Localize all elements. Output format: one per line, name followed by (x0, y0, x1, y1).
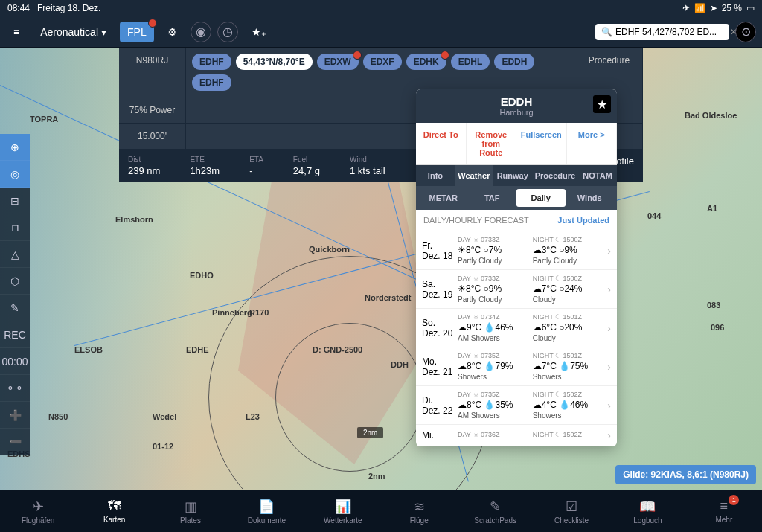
map-label: R170 (249, 308, 269, 317)
side-tool-button[interactable]: ➕ (0, 402, 30, 429)
forecast-row[interactable]: Mi. DAY ☼ 0736Z NIGHT ☾ 1502Z › (416, 425, 617, 446)
map-label: Wedel (153, 412, 176, 421)
bottom-tab[interactable]: ✈Flughäfen (0, 490, 76, 532)
popup-subtab[interactable]: METAR (419, 189, 468, 207)
clock-button[interactable]: ◷ (217, 22, 238, 42)
side-tool-button[interactable]: REC (0, 321, 30, 348)
side-tool-button[interactable]: ⊟ (0, 188, 30, 214)
chevron-right-icon: › (607, 361, 611, 373)
side-tool-button[interactable]: ✎ (0, 295, 30, 321)
popup-title: EDDH (422, 95, 611, 108)
forecast-row[interactable]: So.Dez. 20 DAY ☼ 0734Z☁9°C 💧46%AM Shower… (416, 309, 617, 347)
waypoint-chip[interactable]: EDHK (406, 54, 446, 70)
forecast-row[interactable]: Mo.Dez. 21 DAY ☼ 0735Z☁8°C 💧79%Showers N… (416, 347, 617, 386)
layers-button[interactable]: ≡ (6, 22, 27, 42)
map-label: TOPRA (30, 115, 58, 124)
glide-badge[interactable]: Glide: 92KIAS, 8,6:1 (N980RJ) (615, 465, 756, 484)
remove-route-button[interactable]: Remove from Route (467, 123, 517, 164)
waypoint-chip[interactable]: EDHL (451, 54, 490, 70)
search-input[interactable] (615, 27, 727, 37)
bottom-tab[interactable]: 🗺Karten (76, 490, 152, 532)
forecast-row[interactable]: Fr.Dez. 18 DAY ☼ 0733Z☀8°C ○7%Partly Clo… (416, 231, 617, 270)
side-tool-button[interactable]: △ (0, 241, 30, 268)
search-box[interactable]: 🔍 ✕ (595, 24, 729, 40)
bottom-tab[interactable]: ≋Flüge (381, 490, 457, 532)
bottom-tab-bar: ✈Flughäfen🗺Karten▥Plates📄Dokumente📊Wette… (0, 490, 762, 532)
settings-button[interactable]: ⚙ (160, 22, 185, 42)
direct-to-button[interactable]: Direct To (416, 123, 467, 164)
bottom-tab[interactable]: 📊Wetterkarte (305, 490, 381, 532)
forecast-label: DAILY/HOURLY FORECAST (423, 216, 529, 225)
map-label: L23 (246, 412, 260, 421)
waypoint-chip[interactable]: EDHF (192, 74, 231, 91)
side-tool-button[interactable]: ◎ (0, 161, 30, 188)
map-label: 096 (711, 323, 724, 332)
side-tool-button[interactable]: ⊓ (0, 214, 30, 241)
side-tool-button[interactable]: ⊕ (0, 134, 30, 161)
waypoint-chip[interactable]: 54,43°N/8,70°E (236, 54, 313, 70)
popup-tab[interactable]: Procedure (532, 165, 578, 186)
bottom-tab[interactable]: ≡Mehr1 (686, 490, 762, 532)
map-label: Quickborn (309, 245, 350, 254)
globe-button[interactable]: ◉ (190, 22, 211, 42)
airport-popup: EDDH Hamburg ★ Direct To Remove from Rou… (416, 89, 617, 446)
map-label: EDHO (190, 271, 214, 280)
status-bar: 08:44 Freitag 18. Dez. ✈ 📶 ➤ 25 % ▭ (0, 0, 762, 16)
bottom-tab[interactable]: ✎ScratchPads (457, 490, 533, 532)
battery-icon: ▭ (746, 3, 755, 13)
popup-tab[interactable]: Weather (455, 165, 493, 186)
popup-tab[interactable]: NOTAM (578, 165, 617, 186)
mode-dropdown[interactable]: Aeronautical ▾ (33, 22, 114, 42)
favorite-button[interactable]: ★₊ (244, 22, 274, 42)
fpl-button[interactable]: FPL (120, 22, 154, 42)
waypoint-chip[interactable]: EDDH (494, 54, 534, 70)
map-label: Pinneberg (212, 308, 252, 317)
popup-subtabs: METARTAFDailyWinds (416, 186, 617, 210)
chevron-right-icon: › (607, 245, 611, 257)
forecast-row[interactable]: Di.Dez. 22 DAY ☼ 0735Z☁8°C 💧35%AM Shower… (416, 386, 617, 425)
side-toolbar: ⊕◎⊟⊓△⬡✎REC00:00⚬⚬➕➖ (0, 134, 30, 455)
map-label: 083 (707, 301, 720, 310)
side-tool-button[interactable]: ➖ (0, 429, 30, 455)
popup-tab[interactable]: Info (416, 165, 455, 186)
power-cell[interactable]: 75% Power (119, 97, 186, 123)
map-label: 01-12 (153, 442, 173, 451)
side-tool-button[interactable]: 00:00 (0, 348, 30, 375)
forecast-row[interactable]: Sa.Dez. 19 DAY ☼ 0733Z☀8°C ○9%Partly Clo… (416, 270, 617, 309)
waypoint-chip[interactable]: EDHF (192, 54, 231, 70)
map-label: Elmshorn (115, 215, 153, 224)
side-tool-button[interactable]: ⬡ (0, 268, 30, 295)
favorite-star-button[interactable]: ★ (593, 95, 611, 113)
status-time: 08:44 (7, 3, 30, 13)
more-button[interactable]: More > (567, 123, 618, 164)
aircraft-cell[interactable]: N980RJ (119, 48, 186, 97)
waypoint-chip[interactable]: EDXW (317, 54, 359, 70)
bottom-tab[interactable]: 📄Dokumente (228, 490, 304, 532)
chevron-right-icon: › (607, 400, 611, 411)
chevron-right-icon: › (607, 283, 611, 295)
map-label: A1 (707, 204, 717, 213)
bottom-tab[interactable]: ☑Checkliste (534, 490, 609, 532)
location-icon: ➤ (710, 3, 717, 13)
map-label: D: GND-2500 (313, 345, 362, 354)
stat-dist: 239 nm (128, 165, 160, 176)
popup-subtab[interactable]: Winds (566, 189, 615, 207)
forecast-list: Fr.Dez. 18 DAY ☼ 0733Z☀8°C ○7%Partly Clo… (416, 231, 617, 446)
map-label: Bad Oldesloe (685, 111, 737, 120)
bottom-tab[interactable]: 📖Logbuch (609, 490, 685, 532)
popup-subtab[interactable]: TAF (468, 189, 517, 207)
battery-text: 25 % (722, 3, 742, 13)
updated-label: Just Updated (557, 216, 609, 225)
popup-subtab[interactable]: Daily (516, 189, 566, 207)
map-label: Norderstedt (365, 293, 411, 302)
locate-button[interactable]: ⊙ (735, 22, 756, 42)
alert-badge-icon (148, 19, 157, 28)
side-tool-button[interactable]: ⚬⚬ (0, 375, 30, 402)
altitude-cell[interactable]: 15.000' (119, 124, 186, 149)
fullscreen-button[interactable]: Fullscreen (516, 123, 567, 164)
waypoint-chip[interactable]: EDXF (363, 54, 402, 70)
popup-tab[interactable]: Runway (493, 165, 532, 186)
airplane-mode-icon: ✈ (682, 3, 690, 13)
bottom-tab[interactable]: ▥Plates (153, 490, 228, 532)
search-icon: 🔍 (601, 27, 612, 37)
